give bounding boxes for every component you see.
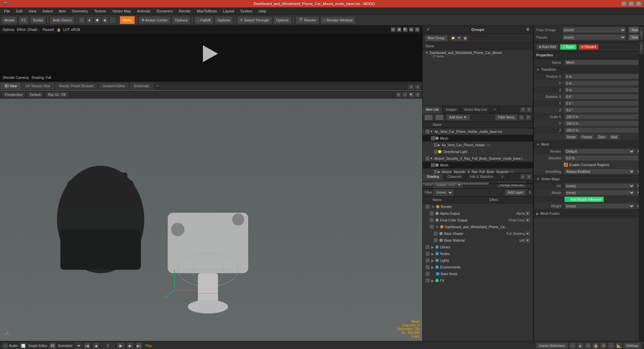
sh-eye-alpha[interactable] (429, 211, 434, 216)
sh-eye-dashboard[interactable] (429, 225, 434, 229)
sh-item-base-shader[interactable]: Base Shader Full Shading ▼ (423, 230, 533, 237)
transform-header[interactable]: ▼ Transform (534, 66, 644, 73)
toolbar-icon-3[interactable]: ⬢ (94, 17, 101, 23)
tab-sh-plus[interactable]: + (497, 173, 508, 181)
filter-items-btn[interactable]: Filter Items (495, 114, 518, 120)
options-button-1[interactable]: Options (172, 16, 191, 24)
render-select[interactable]: Default (565, 149, 635, 154)
viewport-expand-icon[interactable]: ⤢ (409, 84, 414, 90)
morph-select[interactable]: (none) (565, 190, 635, 195)
sh-item-lights[interactable]: ▶ Lights (423, 257, 533, 264)
sh-item-bake[interactable]: Bake Items (423, 270, 533, 277)
sh-item-environments[interactable]: ▶ Environments (423, 264, 533, 270)
tab-vertex-map-list[interactable]: Vertex Map List (461, 106, 491, 113)
scale-x-input[interactable] (565, 114, 641, 119)
maximize-button[interactable]: □ (629, 1, 634, 6)
il-expand-icon[interactable]: ⤢ (520, 107, 526, 112)
tl-icon-3[interactable]: ⏎ (585, 343, 591, 349)
rot-x-input[interactable] (565, 94, 641, 99)
il-filter-s[interactable]: S (519, 115, 524, 120)
tl-icon-5[interactable]: ⟲ (600, 343, 607, 349)
f2-button[interactable]: F2 (18, 16, 29, 24)
uv-select[interactable]: (none) (565, 183, 635, 189)
filter-select[interactable]: (none) (433, 190, 453, 196)
tl-prev-first[interactable]: |◀ (84, 343, 91, 349)
add-transform-btn[interactable]: Add (609, 134, 620, 140)
il-item-2[interactable]: ▶ Air_Vent_Car_Phone_Holder (2) (423, 142, 533, 148)
groups-tree-arrow[interactable]: ▼ (425, 51, 428, 54)
tab-gradient-editor[interactable]: Gradient Editor (98, 82, 129, 90)
menu-help[interactable]: Help (256, 8, 269, 14)
tab-add[interactable]: + (154, 84, 161, 88)
sculpt-button[interactable]: Sculpt (30, 16, 46, 24)
sh-item-final-color[interactable]: Final Color Output Final Color ▼ (423, 217, 533, 223)
menu-item[interactable]: Item (56, 8, 68, 14)
tl-frame-input[interactable] (101, 343, 115, 349)
tab-uv-texture[interactable]: UV Texture View (21, 82, 55, 90)
perspective-btn[interactable]: Perspective (2, 92, 25, 98)
tl-prev-frame[interactable]: ◀ (93, 343, 99, 349)
tl-icon-2[interactable]: ◈ (577, 343, 584, 349)
il-eye-2[interactable] (433, 143, 438, 147)
reset-btn[interactable]: Reset (565, 134, 578, 140)
mesh-header[interactable]: ▼ Mesh (534, 141, 644, 148)
sh-eye-environments[interactable] (425, 265, 430, 269)
sh-eye-lights[interactable] (425, 258, 430, 263)
groups-collapse-btn[interactable]: ⊞ (525, 27, 530, 32)
name-input[interactable] (565, 60, 641, 65)
il-item-5[interactable]: Mesh (423, 162, 533, 168)
il-item-1[interactable]: Mesh (423, 135, 533, 142)
items-button[interactable]: Items (120, 16, 135, 24)
tab-item-list[interactable]: Item List (423, 106, 442, 113)
menu-file[interactable]: File (1, 8, 13, 14)
tl-icon-4[interactable]: 🔒 (592, 343, 599, 349)
sh-item-alpha[interactable]: Alpha Output Alpha ▼ (423, 210, 533, 217)
animated-select[interactable] (74, 343, 82, 349)
pos-y-input[interactable] (565, 81, 641, 86)
tab-3d-view[interactable]: 3D View (0, 82, 21, 90)
il-item-0[interactable]: ▼ Air_Vent_Car_Phone_Holder_modo_base.lx… (423, 128, 533, 135)
vp-icon-search[interactable]: 🔍 (409, 92, 414, 97)
passes-select[interactable]: (none) (562, 34, 626, 40)
menu-edit[interactable]: Edit (13, 8, 25, 14)
options-button-2[interactable]: Options (215, 16, 233, 24)
falloff-button[interactable]: ○ Falloff (194, 16, 213, 24)
menu-view[interactable]: View (26, 8, 39, 14)
play-label[interactable]: Play (146, 344, 152, 348)
sh-item-base-material[interactable]: Base Material (all) ▼ (423, 237, 533, 244)
freeze-btn[interactable]: Freeze (579, 134, 594, 140)
il-eye-5[interactable] (431, 163, 435, 167)
il-filter-f[interactable]: F (526, 115, 531, 120)
menu-system[interactable]: System (237, 8, 255, 14)
menu-vertex-map[interactable]: Vertex Map (110, 8, 134, 14)
auto-add-btn[interactable]: ⊕ Auto Add (536, 44, 558, 50)
close-button[interactable]: ✕ (636, 1, 641, 6)
action-center-button[interactable]: ⊕ Action Center (139, 16, 171, 24)
apply-btn[interactable]: ✓ Apply (560, 44, 577, 50)
discard-btn[interactable]: ✕ Discard (579, 44, 598, 50)
il-settings-icon[interactable]: ≡ (526, 107, 532, 112)
pass-groups-select[interactable]: (none) (562, 27, 626, 33)
sh-menu-base-material[interactable]: ▼ (525, 238, 530, 243)
add-morph-influence-btn[interactable]: Add Morph Influence (565, 197, 604, 202)
new-group-btn[interactable]: New Group (425, 35, 448, 42)
menu-animate[interactable]: Animate (134, 8, 153, 14)
sh-eye-final[interactable] (429, 218, 434, 222)
sh-item-render[interactable]: ▼ Render (423, 203, 533, 210)
sh-item-fx[interactable]: ▶ FX (423, 277, 533, 284)
minimize-button[interactable]: − (621, 1, 627, 6)
add-layer-btn[interactable]: Add Layer (505, 190, 526, 196)
menu-texture[interactable]: Texture (92, 8, 109, 14)
vp-icon-settings[interactable]: ≡ (415, 92, 420, 97)
toolbar-icon-5[interactable]: ⬛ (109, 17, 116, 23)
toolbar-icon-1[interactable]: ⬡ (78, 17, 85, 23)
il-eye-0[interactable] (425, 129, 430, 134)
sh-eye-base-shader[interactable] (433, 231, 438, 236)
sh-item-library[interactable]: ▶ Library (423, 244, 533, 250)
il-eye-3[interactable] (433, 149, 438, 154)
tl-next-frame[interactable]: ▶ (127, 343, 133, 349)
autoselect-button[interactable]: Auto Select (50, 16, 74, 24)
default-btn[interactable]: Default (27, 92, 44, 98)
cache-deformers-btn[interactable]: Cache Deformers (536, 343, 568, 349)
sh-item-dashboard[interactable]: ▼ Dashboard_and_Windshield_Phone_Ca... (423, 223, 533, 230)
